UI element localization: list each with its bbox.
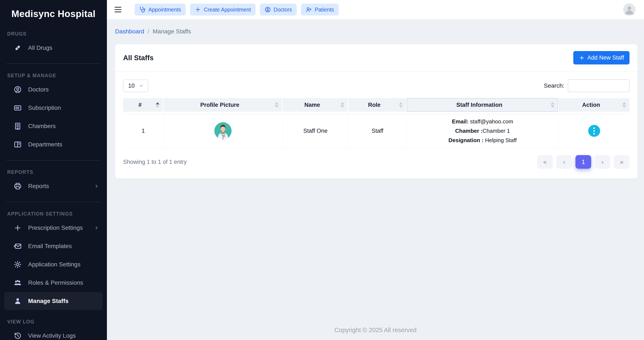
table-row: 1 bbox=[123, 114, 630, 148]
staff-email-line: Email: staff@yahoo.com bbox=[407, 117, 558, 126]
cell-staff-information: Email: staff@yahoo.com Chamber :Chamber … bbox=[407, 114, 558, 148]
sidebar-item-view-activity-logs[interactable]: View Activity Logs bbox=[4, 327, 103, 340]
app-title: Medisync Hospital bbox=[2, 8, 104, 19]
sidebar-item-email-templates[interactable]: Email Templates bbox=[4, 237, 103, 255]
sidebar-item-label: Application Settings bbox=[28, 261, 80, 268]
designation-label: Designation : bbox=[448, 137, 484, 143]
sidebar-item-label: Prescription Settings bbox=[28, 225, 83, 231]
nav-button-label: Doctors bbox=[274, 6, 292, 13]
add-new-staff-label: Add New Staff bbox=[587, 54, 624, 61]
gear-icon bbox=[14, 260, 22, 269]
staff-designation-line: Designation : Helping Staff bbox=[407, 136, 558, 145]
sidebar-section-heading: REPORTS bbox=[7, 169, 107, 175]
sidebar-item-prescription-settings[interactable]: Prescription Settings bbox=[4, 219, 103, 237]
column-header-index[interactable]: # bbox=[123, 98, 164, 114]
pagination-next-button[interactable]: › bbox=[594, 155, 610, 169]
sort-arrows-icon bbox=[340, 102, 344, 108]
staff-chamber-line: Chamber :Chamber 1 bbox=[407, 126, 558, 136]
appointments-button[interactable]: Appointments bbox=[134, 3, 186, 15]
create-appointment-button[interactable]: Create Appointment bbox=[190, 3, 256, 15]
chamber-value: Chamber 1 bbox=[482, 128, 510, 134]
hamburger-menu-icon[interactable] bbox=[114, 5, 122, 14]
sidebar-item-manage-staffs[interactable]: Manage Staffs bbox=[4, 292, 103, 310]
sidebar-item-label: View Activity Logs bbox=[28, 332, 76, 339]
topbar-nav: AppointmentsCreate AppointmentDoctorsPat… bbox=[134, 3, 338, 15]
sidebar: Medisync Hospital DRUGSAll DrugsSETUP & … bbox=[0, 0, 107, 340]
patients-button[interactable]: Patients bbox=[301, 3, 338, 15]
page-size-value: 10 bbox=[128, 82, 134, 89]
pagination: «‹1›» bbox=[537, 155, 630, 169]
kebab-menu-icon bbox=[593, 130, 595, 132]
column-header-label: # bbox=[138, 102, 142, 108]
sort-arrows-icon bbox=[275, 102, 278, 108]
column-header-role[interactable]: Role bbox=[348, 98, 406, 114]
nav-button-label: Create Appointment bbox=[204, 6, 251, 13]
pagination-prev-button[interactable]: ‹ bbox=[556, 155, 572, 169]
cell-index: 1 bbox=[123, 114, 164, 148]
sidebar-item-departments[interactable]: Departments bbox=[4, 136, 103, 153]
chevron-down-icon bbox=[138, 83, 144, 88]
card-header: All Staffs Add New Staff bbox=[115, 44, 638, 72]
column-header-profile-picture[interactable]: Profile Picture bbox=[164, 98, 282, 114]
building-icon bbox=[14, 122, 22, 130]
user-plus-icon bbox=[306, 6, 312, 13]
sidebar-section-heading: VIEW LOG bbox=[7, 319, 107, 325]
row-actions-button[interactable] bbox=[588, 125, 600, 137]
add-new-staff-button[interactable]: Add New Staff bbox=[573, 51, 630, 64]
user-circle-icon bbox=[264, 6, 271, 13]
page-size-select[interactable]: 10 bbox=[123, 80, 148, 92]
user-avatar[interactable] bbox=[623, 3, 636, 16]
search-input[interactable] bbox=[568, 79, 630, 92]
stethoscope-icon bbox=[139, 6, 146, 13]
breadcrumb: Dashboard / Manage Staffs bbox=[115, 28, 644, 35]
sort-arrows-icon bbox=[551, 102, 554, 108]
users-icon bbox=[14, 279, 22, 287]
plus-icon bbox=[14, 224, 22, 232]
sidebar-item-roles-permissions[interactable]: Roles & Permissions bbox=[4, 274, 103, 292]
designation-value: Helping Staff bbox=[485, 137, 517, 143]
sidebar-divider bbox=[6, 64, 101, 64]
sidebar-item-label: Roles & Permissions bbox=[28, 279, 83, 286]
sort-arrows-icon bbox=[622, 102, 626, 108]
plus-icon bbox=[195, 6, 201, 13]
cell-name: Staff One bbox=[282, 114, 348, 148]
table-wrap: #Profile PictureNameRoleStaff Informatio… bbox=[115, 98, 638, 148]
subscription-icon bbox=[14, 104, 22, 112]
column-header-staff-information[interactable]: Staff Information bbox=[407, 98, 558, 114]
sidebar-item-chambers[interactable]: Chambers bbox=[4, 117, 103, 135]
breadcrumb-current: Manage Staffs bbox=[153, 28, 191, 35]
departments-icon bbox=[14, 140, 22, 148]
chamber-label: Chamber : bbox=[455, 128, 482, 134]
search-label: Search: bbox=[544, 82, 564, 89]
card-title: All Staffs bbox=[123, 54, 154, 62]
pagination-last-button[interactable]: » bbox=[614, 155, 630, 169]
column-header-label: Name bbox=[304, 102, 320, 108]
pagination-first-button[interactable]: « bbox=[537, 155, 553, 169]
column-header-label: Action bbox=[582, 102, 600, 108]
sidebar-item-subscription[interactable]: Subscription bbox=[4, 99, 103, 117]
email-value: staff@yahoo.com bbox=[470, 118, 513, 125]
topbar: AppointmentsCreate AppointmentDoctorsPat… bbox=[107, 0, 644, 19]
sort-arrows-icon bbox=[156, 102, 160, 108]
user-avatar-placeholder-icon bbox=[623, 3, 636, 16]
doctors-button[interactable]: Doctors bbox=[260, 3, 297, 15]
breadcrumb-dashboard-link[interactable]: Dashboard bbox=[115, 28, 144, 35]
column-header-label: Staff Information bbox=[456, 102, 502, 108]
sidebar-divider bbox=[6, 202, 101, 202]
pill-icon bbox=[14, 44, 22, 52]
email-label: Email: bbox=[452, 118, 468, 125]
sidebar-item-reports[interactable]: Reports bbox=[4, 177, 103, 195]
page-footer: Copyright © 2025 All reserved bbox=[107, 322, 644, 340]
column-header-action[interactable]: Action bbox=[558, 98, 630, 114]
sidebar-item-label: Chambers bbox=[28, 123, 56, 130]
all-staffs-card: All Staffs Add New Staff 10 Search: bbox=[115, 44, 638, 179]
sidebar-item-application-settings[interactable]: Application Settings bbox=[4, 256, 103, 273]
sidebar-item-doctors[interactable]: Doctors bbox=[4, 81, 103, 98]
search-area: Search: bbox=[544, 79, 630, 92]
pagination-page-1-button[interactable]: 1 bbox=[576, 155, 591, 169]
nav-button-label: Appointments bbox=[148, 6, 181, 13]
printer-icon bbox=[14, 182, 22, 190]
sidebar-item-all-drugs[interactable]: All Drugs bbox=[4, 39, 103, 57]
column-header-name[interactable]: Name bbox=[282, 98, 348, 114]
history-icon bbox=[14, 332, 22, 340]
